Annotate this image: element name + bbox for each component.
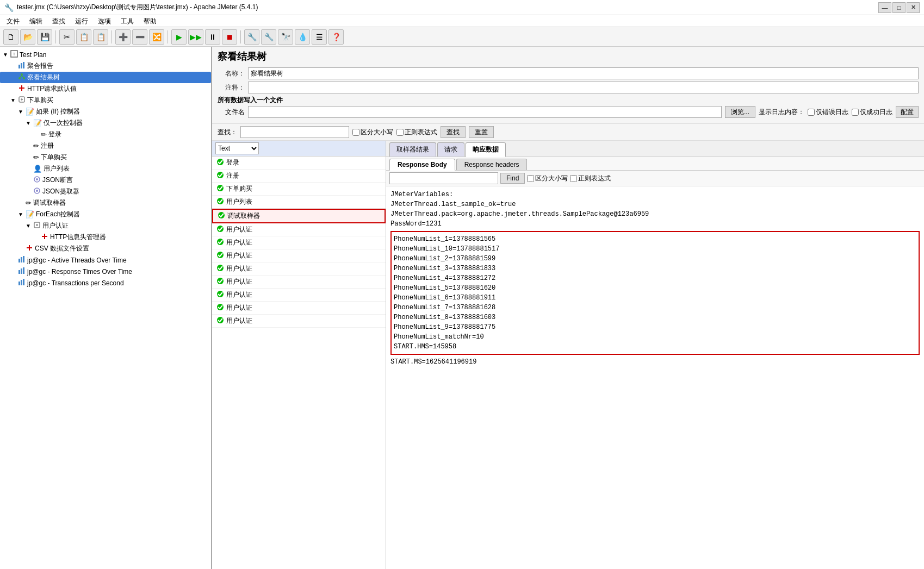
tree-item-active-threads[interactable]: jp@gc - Active Threads Over Time	[0, 254, 211, 266]
svg-point-36	[217, 172, 224, 178]
tree-item-json-assert[interactable]: JSON断言	[0, 174, 211, 186]
svg-rect-2	[18, 65, 20, 68]
tab-request[interactable]: 请求	[437, 142, 464, 157]
minimize-button[interactable]: —	[878, 2, 891, 13]
help-button[interactable]: ❓	[328, 29, 344, 45]
svg-point-16	[36, 178, 38, 180]
config-button[interactable]: 配置	[896, 106, 919, 118]
result-item[interactable]: 用户认证	[212, 315, 386, 328]
tree-expand-icon[interactable]: ▼	[17, 211, 24, 217]
tree-item-http-header-mgr[interactable]: HTTP信息头管理器	[0, 232, 211, 243]
result-item-label: 调试取样器	[227, 211, 260, 221]
template-button[interactable]: ☰	[312, 29, 327, 45]
tree-item-aggregate-report[interactable]: 聚合报告	[0, 60, 211, 72]
result-item[interactable]: 用户认证	[212, 236, 386, 249]
comment-input[interactable]	[248, 82, 919, 93]
find-case-checkbox[interactable]	[527, 175, 534, 182]
tree-item-place-order-req[interactable]: ✏下单购买	[0, 152, 211, 163]
tree-node-label: 察看结果树	[27, 73, 60, 82]
tree-item-once-controller[interactable]: ▼📝仅一次控制器	[0, 117, 211, 129]
menu-item-文件[interactable]: 文件	[2, 16, 24, 26]
tree-item-if-controller[interactable]: ▼📝如果 (If) 控制器	[0, 106, 211, 117]
result-item[interactable]: 调试取样器	[212, 209, 386, 223]
right-panel: 察看结果树 名称： 注释： 所有数据写入一个文件 文件名 浏览... 显示日志内…	[212, 47, 924, 569]
tree-item-response-times[interactable]: jp@gc - Response Times Over Time	[0, 266, 211, 277]
result-item[interactable]: 下单购买	[212, 183, 386, 196]
text-format-select[interactable]: Text HTML XML	[215, 142, 259, 154]
find-input[interactable]	[389, 172, 498, 184]
tree-item-transactions[interactable]: jp@gc - Transactions per Second	[0, 277, 211, 289]
menu-item-帮助[interactable]: 帮助	[139, 16, 161, 26]
move-button[interactable]: 🔀	[149, 29, 164, 45]
tree-expand-icon[interactable]: ▼	[10, 97, 16, 103]
save-button[interactable]: 💾	[37, 29, 52, 45]
tree-item-user-auth[interactable]: ▼用户认证	[0, 220, 211, 232]
results-tree-header: Text HTML XML	[212, 141, 386, 157]
search-button[interactable]: 🔭	[278, 29, 293, 45]
tree-item-csv-dataset[interactable]: CSV 数据文件设置	[0, 243, 211, 254]
tree-item-place-order[interactable]: ▼下单购买	[0, 95, 211, 106]
result-item[interactable]: 用户认证	[212, 223, 386, 236]
tree-expand-icon[interactable]: ▼	[25, 223, 32, 229]
regex-checkbox[interactable]	[396, 129, 404, 136]
paste-button[interactable]: 📋	[93, 29, 108, 45]
find-button-detail[interactable]: Find	[500, 173, 525, 184]
open-button[interactable]: 📂	[20, 29, 35, 45]
tree-item-login[interactable]: ✏登录	[0, 129, 211, 140]
reset-button[interactable]: 重置	[469, 126, 494, 138]
success-log-checkbox[interactable]	[852, 109, 859, 116]
copy-button[interactable]: 📋	[76, 29, 91, 45]
case-sensitive-checkbox[interactable]	[352, 129, 359, 136]
tab-response-data[interactable]: 响应数据	[466, 142, 506, 157]
tree-item-register[interactable]: ✏注册	[0, 140, 211, 152]
result-item[interactable]: 登录	[212, 157, 386, 170]
maximize-button[interactable]: □	[892, 2, 906, 13]
start-no-pauses-button[interactable]: ▶▶	[188, 29, 203, 45]
tree-item-view-results-tree[interactable]: 察看结果树	[0, 72, 211, 83]
tab-sample-result[interactable]: 取样器结果	[389, 142, 436, 157]
tree-item-json-extractor[interactable]: JSON提取器	[0, 186, 211, 197]
start-button[interactable]: ▶	[171, 29, 187, 45]
cut-button[interactable]: ✂	[59, 29, 75, 45]
remove-button[interactable]: ➖	[132, 29, 147, 45]
name-input[interactable]	[248, 67, 919, 79]
clear-all-button[interactable]: 🔧	[261, 29, 276, 45]
close-button[interactable]: ✕	[907, 2, 920, 13]
filename-input[interactable]	[248, 106, 722, 118]
sub-tab-response-headers[interactable]: Response headers	[456, 159, 528, 170]
highlighted-response-section: PhoneNumList_1=13788881565PhoneNumList_1…	[390, 231, 920, 355]
find-button[interactable]: 查找	[441, 126, 466, 138]
add-button[interactable]: ➕	[115, 29, 131, 45]
result-item[interactable]: 用户认证	[212, 249, 386, 262]
result-item[interactable]: 用户认证	[212, 262, 386, 276]
result-item[interactable]: 用户认证	[212, 302, 386, 315]
error-log-checkbox[interactable]	[808, 109, 815, 116]
stop-button[interactable]: ⏹	[222, 29, 237, 45]
browse-button[interactable]: 浏览...	[725, 106, 755, 118]
menu-item-工具[interactable]: 工具	[116, 16, 138, 26]
menu-item-查找[interactable]: 查找	[48, 16, 70, 26]
clear-button[interactable]: 🔧	[244, 29, 259, 45]
pause-button[interactable]: ⏸	[205, 29, 220, 45]
new-button[interactable]: 🗋	[3, 29, 18, 45]
result-item[interactable]: 用户认证	[212, 276, 386, 289]
find-regex-checkbox[interactable]	[570, 175, 577, 182]
tree-item-debug-sampler[interactable]: ✏调试取样器	[0, 197, 211, 209]
tree-item-test-plan[interactable]: ▼TTest Plan	[0, 49, 211, 60]
search-input[interactable]	[240, 126, 349, 138]
sub-tab-response-body[interactable]: Response Body	[389, 159, 455, 171]
tree-item-foreach-controller[interactable]: ▼📝ForEach控制器	[0, 209, 211, 220]
result-item[interactable]: 用户认证	[212, 289, 386, 302]
search-label: 查找：	[218, 128, 237, 137]
tree-item-user-list[interactable]: 👤用户列表	[0, 163, 211, 174]
tree-expand-icon[interactable]: ▼	[2, 52, 9, 58]
tree-expand-icon[interactable]: ▼	[17, 109, 24, 115]
function-button[interactable]: 💧	[295, 29, 310, 45]
menu-item-选项[interactable]: 选项	[94, 16, 115, 26]
menu-item-运行[interactable]: 运行	[71, 16, 92, 26]
result-item[interactable]: 注册	[212, 170, 386, 183]
menu-item-编辑[interactable]: 编辑	[25, 16, 47, 26]
tree-item-http-defaults[interactable]: HTTP请求默认值	[0, 83, 211, 95]
result-item[interactable]: 用户列表	[212, 196, 386, 209]
tree-expand-icon[interactable]: ▼	[25, 120, 32, 126]
